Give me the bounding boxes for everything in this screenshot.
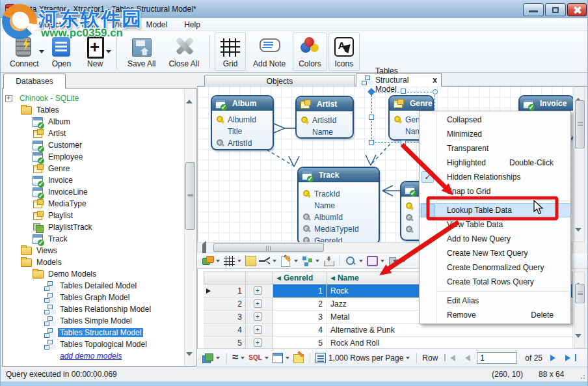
page-number-input[interactable] <box>477 352 517 364</box>
export-icon[interactable] <box>388 256 399 266</box>
expand-row-button[interactable]: + <box>254 338 262 347</box>
dropdown-caret-icon[interactable] <box>402 260 406 264</box>
import-icon[interactable] <box>323 256 334 266</box>
menu-view[interactable]: View <box>104 19 138 31</box>
menu-item-hidden-relationships[interactable]: ✓ Hidden Relationships <box>420 170 570 184</box>
first-page-button[interactable] <box>444 354 455 361</box>
previous-page-button[interactable] <box>462 355 470 361</box>
tree-item-tables[interactable]: Tables <box>3 104 183 116</box>
expand-row-button[interactable]: + <box>254 312 262 321</box>
selection-handle[interactable] <box>401 89 406 94</box>
new-button[interactable]: New <box>78 33 112 71</box>
entity-track[interactable]: Track TrackId Name AlbumId MediaTypeId G… <box>297 167 380 242</box>
dropdown-caret-icon[interactable] <box>294 260 298 264</box>
tab-objects[interactable]: Objects <box>204 75 355 87</box>
menu-item-transparent[interactable]: Transparent <box>420 141 570 156</box>
note-icon[interactable] <box>245 256 256 266</box>
expand-row-button[interactable]: + <box>254 299 262 308</box>
menu-item-minimized[interactable]: Minimized <box>420 127 570 141</box>
diagram-grid-icon[interactable] <box>224 256 235 266</box>
tree-item-customer[interactable]: Customer <box>3 139 183 151</box>
menu-item-lookup-table-data[interactable]: Lookup Table Data <box>420 203 570 217</box>
menu-item-create-denormalized-query[interactable]: Create Denormalized Query <box>420 260 570 275</box>
tree-item-invoice[interactable]: Invoice <box>3 174 183 186</box>
selection-handle[interactable] <box>433 89 438 94</box>
open-button[interactable]: Open <box>46 33 77 71</box>
edit-diagram-icon[interactable] <box>280 256 291 266</box>
minimize-button[interactable] <box>523 3 544 16</box>
relationship-icon[interactable] <box>259 256 270 266</box>
save-all-button[interactable]: Save All <box>122 33 161 71</box>
table-view-icon[interactable] <box>273 353 283 363</box>
menu-item-create-total-rows-query[interactable]: Create Total Rows Query <box>420 275 570 289</box>
menu-file[interactable]: File <box>1 19 30 31</box>
dropdown-caret-icon[interactable] <box>315 260 319 264</box>
dropdown-caret-icon[interactable] <box>237 260 241 264</box>
tree-item-artist[interactable]: Artist <box>3 128 183 139</box>
menu-objects[interactable]: Objects <box>30 19 74 31</box>
dropdown-caret-icon[interactable] <box>406 357 410 361</box>
expander-icon[interactable] <box>5 95 12 102</box>
dropdown-caret-icon[interactable] <box>265 357 269 361</box>
selection-handle[interactable] <box>369 140 374 145</box>
entity-artist[interactable]: Artist ArtistId Name <box>295 96 354 139</box>
rows-per-page-label[interactable]: 1,000 Rows per Page <box>328 353 403 363</box>
menu-item-remove[interactable]: RemoveDelete <box>420 308 570 322</box>
resize-grip[interactable] <box>580 373 587 379</box>
connect-button[interactable]: Connect <box>4 33 45 71</box>
tree-item-views[interactable]: Views <box>3 245 183 256</box>
expand-row-button[interactable]: + <box>254 286 262 295</box>
tree-item-mediatype[interactable]: MediaType <box>3 198 183 210</box>
expand-row-button[interactable]: + <box>254 325 262 334</box>
tree-item-models[interactable]: Models <box>3 256 183 268</box>
auto-layout-icon[interactable] <box>302 256 313 266</box>
tree-item-employee[interactable]: Employee <box>3 151 183 163</box>
menu-item-create-new-text-query[interactable]: Create New Text Query <box>420 246 570 260</box>
dropdown-caret-icon[interactable] <box>381 260 384 264</box>
dropdown-caret-icon[interactable] <box>106 50 111 56</box>
dropdown-caret-icon[interactable] <box>39 50 44 56</box>
add-demo-models-link[interactable]: add demo models <box>3 350 183 362</box>
title-bar[interactable]: Data Xtractor - Xtractor1 - Tables Struc… <box>1 0 588 18</box>
grid-vertical-scrollbar[interactable] <box>574 271 585 348</box>
dropdown-caret-icon[interactable] <box>241 357 245 361</box>
edit-data-icon[interactable] <box>293 353 304 363</box>
tree-item-tables-relationship-model[interactable]: Tables Relationship Model <box>3 303 183 315</box>
dropdown-caret-icon[interactable] <box>286 357 289 361</box>
maximize-button[interactable] <box>545 3 566 16</box>
column-header-genreid[interactable]: ◀ GenreId <box>273 271 327 284</box>
tree-item-tables-graph-model[interactable]: Tables Graph Model <box>3 292 183 303</box>
icons-toggle-button[interactable]: Icons <box>328 33 360 71</box>
tree-item-invoiceline[interactable]: InvoiceLine <box>3 186 183 198</box>
selection-handle[interactable] <box>401 140 406 145</box>
close-all-button[interactable]: Close All <box>163 33 205 71</box>
dropdown-caret-icon[interactable] <box>216 260 220 264</box>
sidebar-scrollbar[interactable] <box>184 89 195 366</box>
zoom-icon[interactable] <box>345 256 356 266</box>
add-note-button[interactable]: Add Note <box>247 33 291 71</box>
menu-item-collapsed[interactable]: Collapsed <box>420 113 570 127</box>
menu-model[interactable]: Model <box>138 19 176 31</box>
tree-item-demo-models[interactable]: Demo Models <box>3 268 183 280</box>
entity-album[interactable]: Album AlbumId Title ArtistId <box>211 95 274 150</box>
tree-item-track[interactable]: Track <box>3 233 183 245</box>
tree-item-playlisttrack[interactable]: PlaylistTrack <box>3 221 183 233</box>
tree-item-tables-simple-model[interactable]: Tables Simple Model <box>3 315 183 327</box>
close-tab-icon[interactable]: x <box>431 76 438 85</box>
colors-toggle-button[interactable]: Colors <box>293 33 327 71</box>
dropdown-caret-icon[interactable] <box>216 357 220 361</box>
menu-edit[interactable]: Edit <box>74 19 104 31</box>
menu-item-view-table-data[interactable]: View Table Data <box>420 217 570 232</box>
menu-item-edit-alias[interactable]: Edit Alias <box>420 294 570 308</box>
next-page-button[interactable] <box>550 355 559 361</box>
tree-item-genre[interactable]: Genre <box>3 163 183 174</box>
last-page-button[interactable] <box>565 354 576 361</box>
menu-item-highlighted[interactable]: HighlightedDouble-Click <box>420 156 570 170</box>
tree-item-tables-detailed-model[interactable]: Tables Detailed Model <box>3 280 183 292</box>
diagram-vertical-scrollbar[interactable] <box>574 87 585 242</box>
sql-icon[interactable]: SQL <box>248 353 262 363</box>
tree-item-tables-topological-model[interactable]: Tables Topological Model <box>3 338 183 350</box>
tree-item-tables-structural-model[interactable]: Tables Structural Model <box>3 327 183 338</box>
tree-item-playlist[interactable]: Playlist <box>3 210 183 221</box>
shapes-icon[interactable] <box>202 256 213 266</box>
